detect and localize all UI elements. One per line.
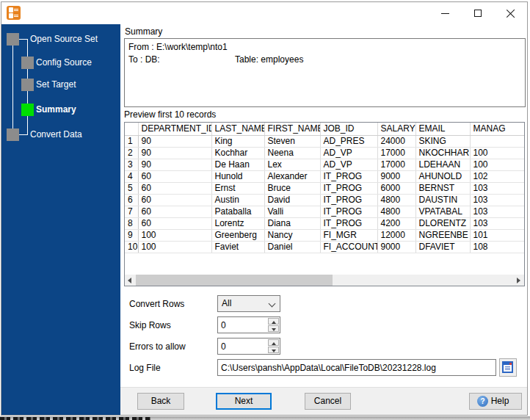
table-cell: LDEHAAN xyxy=(415,159,470,170)
table-cell: 90 xyxy=(138,135,211,147)
column-header[interactable] xyxy=(125,123,138,135)
table-cell: David xyxy=(264,194,320,206)
table-row[interactable]: 9100GreenbergNancyFI_MGR12000NGREENBE101 xyxy=(125,229,524,241)
step-marker-open-source-set xyxy=(7,33,19,46)
column-header[interactable]: FIRST_NAME xyxy=(264,123,320,135)
log-file-label: Log File xyxy=(129,363,161,373)
table-cell: 17000 xyxy=(377,147,415,159)
convert-rows-value: All xyxy=(222,298,231,308)
column-header[interactable]: EMAIL xyxy=(415,123,470,135)
maximize-icon xyxy=(474,10,482,17)
table-cell: Lex xyxy=(264,159,320,170)
table-cell: IT_PROG xyxy=(320,206,377,217)
cancel-button[interactable]: Cancel xyxy=(305,393,351,410)
column-header[interactable]: LAST_NAME xyxy=(211,123,264,135)
table-row[interactable]: 190KingStevenAD_PRES24000SKING xyxy=(125,135,524,147)
table-row[interactable]: 10100FavietDanielFI_ACCOUNT9000DFAVIET10… xyxy=(125,241,524,253)
screen: Open Source Set Config Source Set Target… xyxy=(0,0,530,420)
table-cell: VPATABAL xyxy=(415,206,470,217)
table-cell: Ernst xyxy=(211,182,264,194)
table-cell: 90 xyxy=(138,147,211,159)
table-cell: 60 xyxy=(138,170,211,182)
table-row[interactable]: 460HunoldAlexanderIT_PROG9000AHUNOLD102 xyxy=(125,170,524,182)
errors-to-allow-label: Errors to allow xyxy=(129,341,186,352)
table-cell: 60 xyxy=(138,206,211,217)
help-button-label: Help xyxy=(491,396,509,406)
table-cell: 103 xyxy=(470,217,524,229)
horizontal-scrollbar[interactable] xyxy=(125,275,524,286)
table-cell: Daniel xyxy=(264,241,320,253)
errors-input[interactable] xyxy=(218,338,268,354)
table-cell: Diana xyxy=(264,217,320,229)
convert-rows-select[interactable]: All xyxy=(217,295,280,312)
document-icon xyxy=(502,361,513,373)
scroll-left-arrow[interactable] xyxy=(125,275,136,286)
app-window: Open Source Set Config Source Set Target… xyxy=(1,1,528,416)
table-row[interactable]: 860LorentzDianaIT_PROG4200DLORENTZ103 xyxy=(125,217,524,229)
column-header[interactable]: SALARY xyxy=(377,123,415,135)
chevron-down-icon xyxy=(269,300,276,308)
table-cell: AD_PRES xyxy=(320,135,377,147)
summary-to-label: To : DB: xyxy=(128,54,235,66)
table-row[interactable]: 760PataballaValliIT_PROG4800VPATABAL103 xyxy=(125,206,524,217)
sidebar-item-open-source-set[interactable]: Open Source Set xyxy=(30,33,98,46)
tree-connector xyxy=(19,134,28,135)
table-cell: 100 xyxy=(138,241,211,253)
summary-box: From : E:\work\temp\nto1 To : DB: Table:… xyxy=(124,38,526,107)
step-marker-summary-active xyxy=(21,104,34,116)
sidebar-item-convert-data[interactable]: Convert Data xyxy=(30,128,82,141)
next-button[interactable]: Next xyxy=(216,393,272,410)
sidebar-item-config-source[interactable]: Config Source xyxy=(36,57,92,69)
table-cell: 6000 xyxy=(377,182,415,194)
table-cell: 100 xyxy=(138,229,211,241)
errors-down-button[interactable] xyxy=(268,347,279,353)
table-row[interactable]: 290KochharNeenaAD_VP17000NKOCHHAR100 xyxy=(125,147,524,159)
close-button[interactable] xyxy=(498,2,523,24)
minimize-button[interactable] xyxy=(432,2,457,24)
table-cell: IT_PROG xyxy=(320,170,377,182)
table-cell: King xyxy=(211,135,264,147)
scrollbar-thumb[interactable] xyxy=(136,275,333,286)
table-cell: Valli xyxy=(264,206,320,217)
app-icon xyxy=(7,6,21,20)
skip-rows-stepper xyxy=(217,316,280,333)
table-row[interactable]: 390De HaanLexAD_VP17000LDEHAAN100 xyxy=(125,159,524,170)
back-button[interactable]: Back xyxy=(137,393,184,410)
view-log-button[interactable] xyxy=(499,358,517,377)
maximize-button[interactable] xyxy=(465,2,490,24)
table-row[interactable]: 560ErnstBruceIT_PROG6000BERNST103 xyxy=(125,182,524,194)
row-number-cell: 5 xyxy=(125,182,138,194)
preview-table: DEPARTMENT_IDLAST_NAMEFIRST_NAMEJOB_IDSA… xyxy=(125,123,524,253)
table-cell: NKOCHHAR xyxy=(415,147,470,159)
table-cell: 24000 xyxy=(377,135,415,147)
convert-rows-label: Convert Rows xyxy=(129,299,184,309)
log-file-input[interactable] xyxy=(217,359,496,376)
column-header[interactable]: JOB_ID xyxy=(320,123,377,135)
sidebar-item-set-target[interactable]: Set Target xyxy=(36,79,76,91)
errors-up-button[interactable] xyxy=(268,339,279,346)
row-number-cell: 7 xyxy=(125,206,138,217)
table-cell: 9000 xyxy=(377,241,415,253)
titlebar xyxy=(1,2,527,24)
table-cell: FI_MGR xyxy=(320,229,377,241)
row-number-cell: 6 xyxy=(125,194,138,206)
table-cell: 4200 xyxy=(377,217,415,229)
table-cell: FI_ACCOUNT xyxy=(320,241,377,253)
table-cell: 60 xyxy=(138,182,211,194)
table-row[interactable]: 660AustinDavidIT_PROG4800DAUSTIN103 xyxy=(125,194,524,206)
scroll-right-arrow[interactable] xyxy=(513,275,524,286)
sidebar-item-summary[interactable]: Summary xyxy=(36,104,76,116)
table-cell: BERNST xyxy=(415,182,470,194)
table-cell: Greenberg xyxy=(211,229,264,241)
skip-rows-input[interactable] xyxy=(218,317,268,333)
table-cell: IT_PROG xyxy=(320,217,377,229)
summary-section-label: Summary xyxy=(125,26,162,37)
preview-label: Preview first 10 records xyxy=(124,109,216,120)
skip-rows-up-button[interactable] xyxy=(268,318,279,325)
skip-rows-down-button[interactable] xyxy=(268,325,279,332)
column-header[interactable]: MANAG xyxy=(470,123,524,135)
close-icon xyxy=(507,9,515,18)
table-cell: SKING xyxy=(415,135,470,147)
column-header[interactable]: DEPARTMENT_ID xyxy=(138,123,211,135)
help-button[interactable]: ? Help xyxy=(469,393,522,410)
